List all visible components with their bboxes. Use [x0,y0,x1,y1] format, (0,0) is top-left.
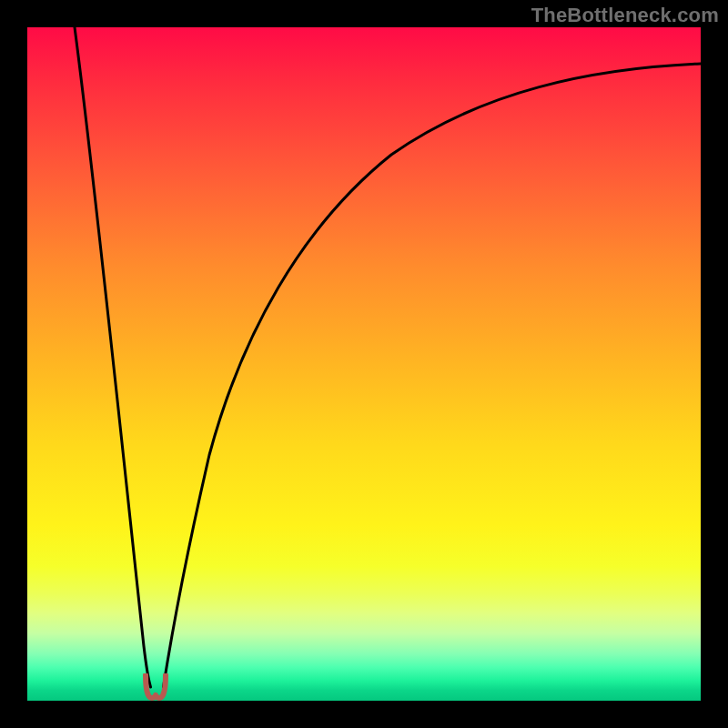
curve-right-branch [164,64,702,687]
plot-area [27,27,701,701]
chart-frame: TheBottleneck.com [0,0,728,728]
curve-left-branch [75,27,151,687]
watermark-text: TheBottleneck.com [531,4,719,27]
bottleneck-curve [27,27,701,701]
